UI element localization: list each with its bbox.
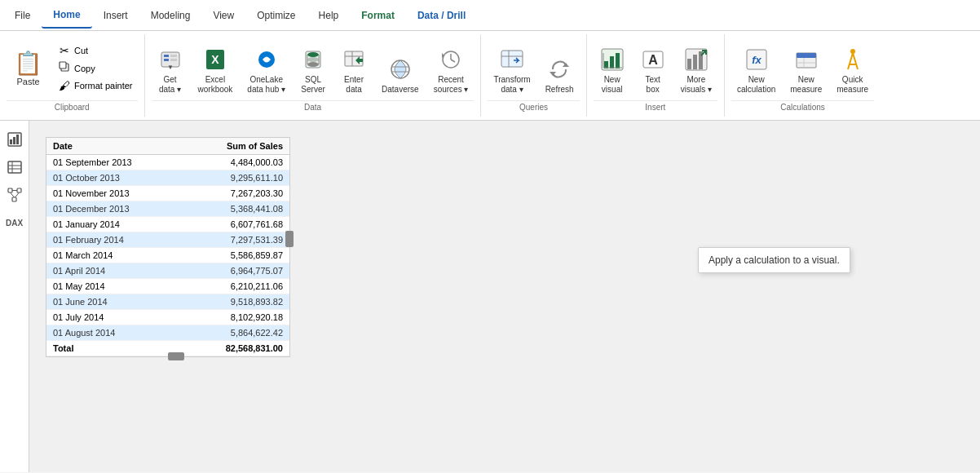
refresh-label: Refresh [545,85,574,95]
text-box-button[interactable]: A Textbox [634,42,672,99]
resize-handle-right[interactable] [285,231,294,247]
cut-icon: ✂ [58,44,71,57]
paste-icon: 📋 [14,50,42,77]
svg-rect-26 [501,51,523,67]
get-data-icon: ▼ [157,46,183,73]
onelake-label: OneLakedata hub ▾ [247,75,285,95]
sidebar-model-icon[interactable] [2,183,27,207]
table-row: 01 July 2014 8,102,920.18 [46,310,289,325]
value-cell: 8,102,920.18 [184,310,289,325]
date-cell: 01 March 2014 [46,248,184,263]
table-wrapper[interactable]: Date Sum of Sales 01 September 2013 4,48… [46,138,289,356]
onelake-button[interactable]: OneLakedata hub ▾ [241,42,291,99]
transform-label: Transformdata ▾ [493,75,530,95]
tooltip: Apply a calculation to a visual. [698,247,850,273]
value-cell: 5,586,859.87 [184,248,289,263]
svg-point-50 [850,49,855,54]
svg-rect-47 [797,53,816,58]
table-visual: Date Sum of Sales 01 September 2013 4,48… [46,137,290,357]
menu-insert[interactable]: Insert [92,3,139,28]
cut-button[interactable]: ✂ Cut [53,42,138,59]
sidebar-dax-icon[interactable]: DAX [2,210,27,235]
data-table: Date Sum of Sales 01 September 2013 4,48… [46,138,289,356]
quick-measure-icon [840,46,866,73]
paste-label: Paste [16,77,39,86]
date-cell: 01 October 2013 [46,170,184,186]
new-calculation-button[interactable]: fx Newcalculation [731,42,781,99]
date-cell: 01 September 2013 [46,155,184,170]
value-cell: 4,484,000.03 [184,155,289,170]
format-painter-button[interactable]: 🖌 Format painter [53,77,138,94]
value-cell: 7,297,531.39 [184,232,289,248]
svg-line-64 [15,192,19,197]
date-cell: 01 November 2013 [46,186,184,201]
sales-column-header: Sum of Sales [184,138,289,155]
recent-sources-icon [438,46,464,73]
svg-point-12 [307,52,319,57]
quick-measure-button[interactable]: Quickmeasure [831,42,874,99]
svg-text:▼: ▼ [167,64,174,71]
transform-data-button[interactable]: Transformdata ▾ [488,42,536,99]
table-row: 01 November 2013 7,267,203.30 [46,186,289,201]
total-label: Total [46,341,184,356]
svg-rect-59 [8,188,12,192]
menu-data-drill[interactable]: Data / Drill [406,3,477,28]
format-painter-icon: 🖌 [58,79,71,92]
svg-marker-29 [563,63,569,67]
table-row: 01 April 2014 6,964,775.07 [46,263,289,279]
enter-data-button[interactable]: Enterdata [335,42,373,99]
paste-button[interactable]: 📋 Paste [7,38,50,99]
value-cell: 5,864,622.42 [184,325,289,341]
svg-rect-40 [687,59,691,69]
recent-sources-button[interactable]: Recentsources ▾ [428,42,475,99]
table-row: 01 March 2014 5,586,859.87 [46,248,289,263]
svg-marker-30 [550,72,556,76]
svg-point-16 [307,57,319,62]
data-group-label: Data [152,100,475,113]
table-row: 01 February 2014 7,297,531.39 [46,232,289,248]
more-visuals-button[interactable]: Morevisuals ▾ [675,42,717,99]
refresh-button[interactable]: Refresh [540,52,580,99]
excel-label: Excelworkbook [198,75,233,95]
svg-text:A: A [648,53,658,67]
date-cell: 01 June 2014 [46,294,184,310]
insert-group-label: Insert [594,100,717,113]
svg-rect-55 [8,161,21,173]
svg-rect-6 [170,59,177,61]
excel-icon: X [202,46,228,73]
clipboard-group-label: Clipboard [7,100,138,113]
copy-button[interactable]: Copy [53,60,138,77]
menu-modeling[interactable]: Modeling [139,3,202,28]
table-row: 01 September 2013 4,484,000.03 [46,155,289,170]
refresh-icon [546,56,572,82]
get-data-button[interactable]: ▼ Getdata ▾ [152,42,189,99]
main-area: DAX Date Sum of Sales 01 September 2013 … [0,121,980,472]
sidebar-data-icon[interactable] [2,155,27,179]
new-visual-button[interactable]: Newvisual [594,42,631,99]
sidebar-report-icon[interactable] [2,127,27,152]
svg-rect-54 [16,135,19,144]
svg-rect-60 [17,188,21,192]
transform-icon [499,46,525,73]
menu-optimize[interactable]: Optimize [245,3,307,28]
menu-home[interactable]: Home [42,2,91,29]
menu-view[interactable]: View [201,3,245,28]
copy-icon [58,61,71,75]
menu-format[interactable]: Format [350,3,406,28]
get-data-label: Getdata ▾ [159,75,181,95]
new-visual-label: Newvisual [602,75,623,95]
excel-workbook-button[interactable]: X Excelworkbook [192,42,239,99]
svg-rect-33 [610,56,614,69]
sql-server-button[interactable]: SQLServer [294,42,332,99]
value-cell: 6,607,761.68 [184,217,289,232]
menu-file[interactable]: File [3,3,42,28]
date-cell: 01 April 2014 [46,263,184,279]
menu-help[interactable]: Help [307,3,351,28]
more-visuals-icon [683,46,709,73]
dataverse-button[interactable]: Dataverse [376,52,425,99]
date-cell: 01 January 2014 [46,217,184,232]
new-measure-button[interactable]: Newmeasure [784,42,828,99]
total-value: 82,568,831.00 [184,341,289,356]
resize-handle-bottom[interactable] [168,352,184,360]
left-sidebar: DAX [0,121,29,472]
